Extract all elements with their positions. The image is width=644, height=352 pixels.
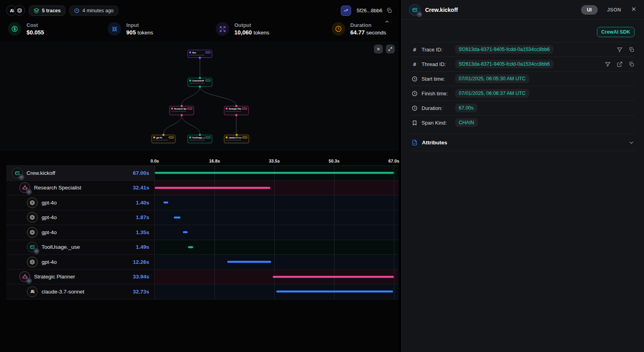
waterfall-row[interactable]: gpt-4o 1.40s [6, 195, 399, 210]
layers-icon [34, 8, 39, 13]
gridline [334, 225, 334, 240]
gridline [334, 195, 334, 210]
duration-bar [183, 231, 188, 233]
node-type-icon [189, 51, 191, 53]
span-name: Research Specialist [34, 185, 81, 191]
waterfall-row[interactable]: Crew.kickoff 67.00s [6, 166, 399, 181]
stat-label: Output [234, 22, 269, 28]
node-label: gpt-4o [156, 136, 168, 139]
gridline [334, 255, 334, 269]
waterfall-row[interactable]: Strategic Planner 33.94s [6, 270, 399, 285]
edge-handle [163, 134, 165, 136]
copy-trace-id-button[interactable] [386, 8, 392, 13]
field-value[interactable]: 07/01/2025, 06:06:37 AM UTC [455, 89, 529, 98]
field-label: Duration: [422, 105, 452, 111]
gridline [394, 284, 394, 299]
span-name: Strategic Planner [34, 274, 75, 280]
close-panel-button[interactable] [631, 6, 637, 13]
gridline [334, 240, 334, 255]
span-name: gpt-4o [42, 200, 57, 206]
stat-value: 905 [126, 29, 136, 36]
waterfall-row[interactable]: ToolUsage._use 1.49s [6, 240, 399, 255]
edge-handle [199, 57, 201, 59]
span-duration: 1.40s [136, 200, 149, 206]
gridline [215, 210, 215, 225]
filter-icon[interactable] [605, 61, 611, 67]
stat-value: 64.77 [350, 29, 365, 36]
expand-icon [388, 47, 393, 51]
bookmark-icon [411, 120, 418, 126]
span-title: Crew.kickoff [425, 7, 458, 13]
external-link-icon[interactable] [617, 61, 623, 67]
waterfall-row[interactable]: gpt-4o 1.35s [6, 225, 399, 240]
filter-icon[interactable] [617, 47, 623, 53]
traces-count-badge[interactable]: 5 traces [29, 6, 65, 16]
waterfall-row[interactable]: Research Specialist 32.41s [6, 181, 399, 196]
attributes-label: Attributes [422, 140, 447, 146]
copy-icon[interactable] [629, 61, 635, 67]
node-type-icon [189, 79, 191, 81]
chevron-down-icon[interactable] [628, 139, 635, 146]
waterfall-row[interactable]: gpt-4o 1.87s [6, 210, 399, 225]
openai-icon [27, 212, 38, 223]
node-type-icon [153, 136, 155, 138]
graph-node-tool[interactable]: ToolUsage._use [188, 135, 212, 143]
sdk-badge: CrewAI SDK [597, 27, 635, 37]
clock-icon [332, 22, 345, 36]
node-type-icon [171, 108, 173, 110]
node-badge [242, 136, 247, 138]
span-detail-panel: Crew.kickoff UI JSON CrewAI SDK # Trace … [401, 0, 644, 352]
stat-duration: Duration 64.77 seconds [332, 22, 386, 36]
waterfall-row[interactable]: gpt-4o 12.26s [6, 255, 399, 270]
dollar-icon [8, 22, 21, 36]
duration-bar [155, 172, 394, 174]
stat-label: Cost [27, 22, 44, 28]
hash-icon: # [411, 61, 418, 67]
expand-graph-button[interactable] [386, 45, 395, 53]
copy-icon[interactable] [629, 47, 635, 53]
field-value[interactable]: 07/01/2025, 06:05:30 AM UTC [455, 74, 529, 83]
agentops-badge-icon [26, 278, 32, 284]
graph-node-gpt[interactable]: gpt-4o [152, 135, 175, 143]
field-value[interactable]: CHAIN [455, 118, 478, 127]
trace-graph: Run Crew.kickoff Research Speciali... St… [0, 41, 399, 151]
clock-icon [74, 8, 80, 13]
field-value[interactable]: 67.00s [455, 104, 477, 112]
tab-ui[interactable]: UI [581, 5, 598, 15]
stat-label: Input [126, 22, 153, 28]
gridline [394, 240, 394, 255]
gridline [215, 270, 215, 284]
field-value[interactable]: 5f2613da-8371-9405-fcdd-0a1534cc8bb6 [455, 60, 553, 68]
gridline [215, 240, 215, 255]
close-graph-button[interactable] [374, 45, 383, 53]
field-value[interactable]: 5f2613da-8371-9405-fcdd-0a1534cc8bb6 [455, 45, 553, 54]
span-duration: 67.00s [133, 170, 149, 176]
openai-logo-icon [14, 5, 25, 16]
graph-node-claude[interactable]: claude-3.7-sonnet [224, 135, 249, 143]
node-subtitle [171, 111, 186, 112]
stat-output: Output 10,060 tokens [216, 22, 332, 36]
span-duration: 12.26s [133, 259, 149, 265]
stat-value: $0.055 [27, 29, 44, 36]
gridline [215, 284, 215, 299]
anthropic-icon: A\ [27, 286, 38, 297]
stat-cost: Cost $0.055 [8, 22, 108, 36]
tab-json[interactable]: JSON [605, 7, 623, 13]
span-name: gpt-4o [42, 214, 57, 220]
gridline [215, 255, 215, 269]
collapse-stats-button[interactable] [384, 19, 390, 26]
gridline [215, 195, 215, 210]
axis-tick: 67.0s [388, 159, 399, 163]
stat-unit: seconds [366, 30, 386, 36]
agent-icon [19, 271, 30, 282]
agentops-badge-icon [417, 12, 422, 17]
attributes-section[interactable]: Attributes [411, 134, 635, 151]
detail-field: Span Kind: CHAIN [411, 115, 635, 130]
edge-handle [181, 114, 183, 116]
openai-icon [27, 227, 38, 238]
detail-field: # Thread ID: 5f2613da-8371-9405-fcdd-0a1… [411, 57, 635, 71]
arrows-in-icon [108, 22, 121, 36]
agent-icon [19, 182, 30, 193]
waterfall-row[interactable]: A\ claude-3.7-sonnet 32.73s [6, 284, 399, 299]
gridline [394, 210, 394, 225]
